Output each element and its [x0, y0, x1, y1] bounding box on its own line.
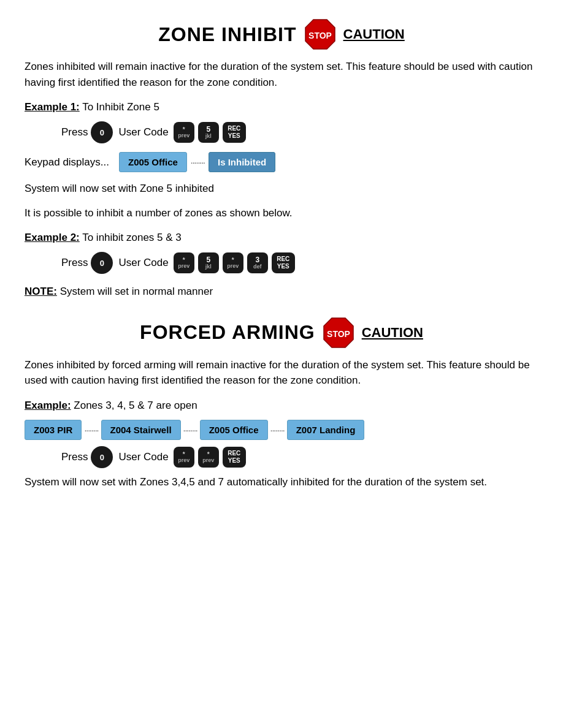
key-star-top-3b: * [207, 451, 210, 458]
press-row-2: Press 0 User Code * prev 5 jkl * prev 3 … [61, 252, 538, 274]
example3-row: Example: Zones 3, 4, 5 & 7 are open [25, 397, 538, 414]
user-code-label-1: User Code [118, 126, 168, 138]
example2-label: Example 2: [25, 232, 80, 243]
section2-title-row: FORCED ARMING STOP CAUTION [25, 317, 538, 349]
zones-display-row: Z003 PIR ········ Z004 Stairwell ·······… [25, 420, 538, 440]
svg-text:STOP: STOP [308, 31, 332, 40]
key-prev-sub-3a: prev [178, 458, 190, 464]
keypad-displays-label: Keypad displays... [25, 156, 109, 169]
display-z005-office-2: Z005 Office [200, 420, 268, 440]
system-text-1: System will now set with Zone 5 inhibite… [25, 181, 538, 197]
example2-text: To inhibit zones 5 & 3 [82, 232, 182, 243]
key-star-prev-2a[interactable]: * prev [174, 252, 194, 273]
svg-text:STOP: STOP [327, 329, 350, 339]
key-rec-top-2: REC [277, 256, 289, 263]
key-yes-bottom-2: YES [277, 263, 289, 270]
stop-sign-icon: STOP [304, 18, 336, 50]
key-prev-sub-2b: prev [227, 264, 239, 270]
key-def-sub: def [253, 264, 262, 270]
key-prev-sub: prev [178, 133, 190, 139]
display-z005-office: Z005 Office [119, 152, 187, 172]
key-prev-sub-3b: prev [202, 458, 214, 464]
section1-title-row: ZONE INHIBIT STOP CAUTION [25, 18, 538, 50]
keypad-display-row-1: Keypad displays... Z005 Office ········ … [25, 152, 538, 172]
key-yes-bottom-3: YES [228, 457, 240, 464]
key-zero-1[interactable]: 0 [91, 121, 113, 143]
key-5-main: 5 [206, 126, 210, 134]
system-text-2: System will now set with Zones 3,4,5 and… [25, 474, 538, 490]
press-label-1: Press [61, 126, 88, 138]
display-z003-pir: Z003 PIR [25, 420, 82, 440]
zone-inhibit-body1: Zones inhibited will remain inactive for… [25, 59, 538, 90]
note-label: NOTE: [25, 286, 57, 297]
display-is-inhibited: Is Inhibited [209, 152, 275, 172]
example1-text: To Inhibit Zone 5 [82, 101, 159, 113]
example3-label: Example: [25, 400, 71, 411]
dots-sep-3: ········ [183, 425, 197, 435]
forced-arming-title: FORCED ARMING [140, 321, 315, 344]
note-text: System will set in normal manner [60, 286, 213, 297]
key-yes-bottom: YES [228, 132, 240, 140]
example1-label: Example 1: [25, 101, 80, 113]
forced-arming-body1: Zones inhibited by forced arming will re… [25, 357, 538, 389]
dots-sep-2: ········ [84, 425, 98, 435]
key-star-prev-2b[interactable]: * prev [223, 252, 243, 273]
key-rec-top-3: REC [228, 450, 240, 457]
example1-row: Example 1: To Inhibit Zone 5 [25, 99, 538, 115]
press-label-2: Press [61, 257, 88, 269]
user-code-label-3: User Code [118, 451, 168, 463]
key-star-top-3a: * [183, 451, 185, 458]
zone-inhibit-title: ZONE INHIBIT [158, 23, 296, 46]
key-prev-sub-2a: prev [178, 264, 190, 270]
key-star-prev-3b[interactable]: * prev [198, 447, 219, 468]
dots-sep-4: ········ [270, 425, 285, 435]
key-rec-top: REC [228, 125, 240, 132]
display-z004-stairwell: Z004 Stairwell [101, 420, 181, 440]
key-zero-2[interactable]: 0 [91, 252, 113, 274]
dots-sep-1: ········ [191, 157, 205, 167]
example3-text: Zones 3, 4, 5 & 7 are open [74, 400, 197, 411]
press-label-3: Press [61, 451, 88, 463]
key-5-jkl-2[interactable]: 5 jkl [198, 252, 219, 273]
key-rec-yes-1[interactable]: REC YES [223, 122, 246, 143]
press-row-3: Press 0 User Code * prev * prev REC YES [61, 446, 538, 468]
key-rec-yes-2[interactable]: REC YES [272, 252, 295, 273]
example2-row: Example 2: To inhibit zones 5 & 3 [25, 229, 538, 246]
display-z007-landing: Z007 Landing [287, 420, 365, 440]
key-zero-3[interactable]: 0 [91, 446, 113, 468]
caution-label-2: CAUTION [362, 325, 423, 341]
key-3-def[interactable]: 3 def [247, 252, 268, 273]
user-code-label-2: User Code [118, 257, 168, 269]
key-jkl-sub: jkl [205, 134, 212, 140]
key-star-prev-1[interactable]: * prev [174, 122, 194, 143]
key-rec-yes-3[interactable]: REC YES [223, 447, 246, 468]
body2-text: It is possible to inhibit a number of zo… [25, 205, 538, 221]
note-row: NOTE: System will set in normal manner [25, 284, 538, 300]
caution-label-1: CAUTION [343, 26, 405, 42]
key-5-jkl-1[interactable]: 5 jkl [198, 122, 219, 143]
key-star-prev-3a[interactable]: * prev [174, 447, 194, 468]
stop-sign-icon-2: STOP [323, 317, 354, 349]
press-row-1: Press 0 User Code * prev 5 jkl REC YES [61, 121, 538, 143]
key-jkl-sub-2: jkl [205, 264, 212, 270]
